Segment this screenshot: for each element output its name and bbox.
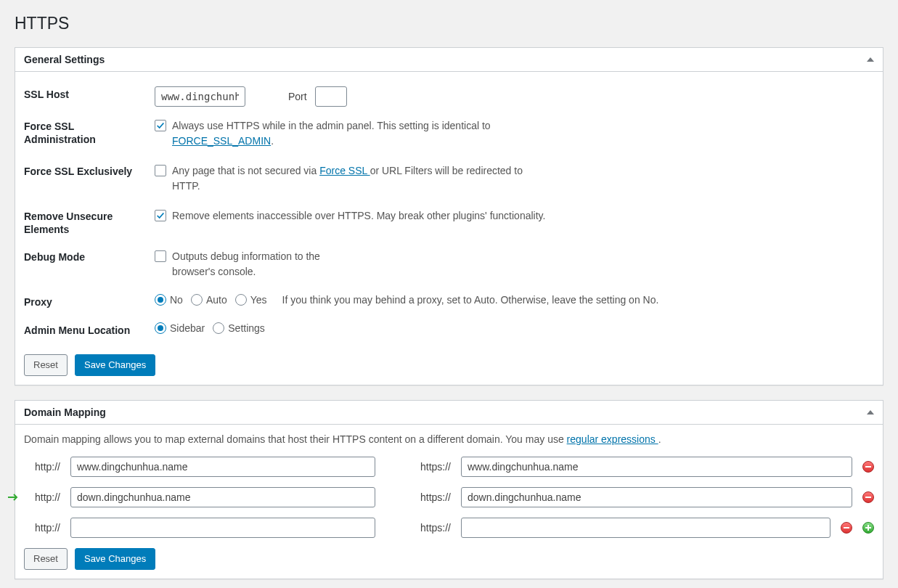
svg-rect-0 <box>865 466 871 467</box>
minus-icon <box>865 494 872 501</box>
http-label: http:// <box>24 491 60 503</box>
force-ssl-admin-label: Force SSL Administration <box>24 113 155 158</box>
https-label: https:// <box>407 461 451 473</box>
minus-icon <box>843 524 850 531</box>
force-ssl-excl-checkbox[interactable] <box>155 165 166 176</box>
http-label: http:// <box>24 461 60 473</box>
mapping-row: http:// https:// <box>24 457 874 477</box>
debug-label: Debug Mode <box>24 243 155 288</box>
https-domain-input[interactable] <box>461 487 852 507</box>
domain-mapping-desc: Domain mapping allows you to map externa… <box>24 433 874 445</box>
general-reset-button[interactable]: Reset <box>24 354 68 376</box>
proxy-yes-radio[interactable] <box>235 294 247 306</box>
admin-menu-settings-label: Settings <box>228 322 265 334</box>
http-domain-input[interactable] <box>70 518 375 538</box>
port-label: Port <box>288 91 307 102</box>
force-ssl-link[interactable]: Force SSL <box>319 165 370 176</box>
admin-menu-sidebar-label: Sidebar <box>170 322 205 334</box>
admin-menu-sidebar-radio[interactable] <box>155 322 166 334</box>
collapse-icon[interactable] <box>867 410 874 415</box>
proxy-no-radio[interactable] <box>155 294 166 306</box>
http-label: http:// <box>24 522 60 534</box>
remove-unsecure-label: Remove Unsecure Elements <box>24 203 155 243</box>
svg-rect-4 <box>865 527 871 528</box>
debug-checkbox[interactable] <box>155 250 166 262</box>
https-label: https:// <box>407 491 451 503</box>
svg-rect-2 <box>844 527 849 528</box>
proxy-auto-label: Auto <box>206 294 227 306</box>
ssl-host-label: SSL Host <box>24 81 155 113</box>
domain-mapping-box: Domain Mapping Domain mapping allows you… <box>15 400 883 579</box>
general-settings-title: General Settings <box>24 54 105 65</box>
remove-row-button[interactable] <box>841 522 852 534</box>
force-ssl-admin-desc: Always use HTTPS while in the admin pane… <box>172 118 550 149</box>
collapse-icon[interactable] <box>867 57 874 62</box>
page-title: HTTPS <box>15 7 883 36</box>
force-ssl-excl-desc: Any page that is not secured via Force S… <box>172 163 550 194</box>
svg-rect-1 <box>865 497 871 498</box>
force-ssl-admin-link[interactable]: FORCE_SSL_ADMIN <box>172 135 271 147</box>
mapping-row: http:// https:// <box>24 487 874 507</box>
general-settings-box: General Settings SSL Host Port Force SSL… <box>15 47 883 385</box>
proxy-help: If you think you may behind a proxy, set… <box>282 294 659 306</box>
proxy-auto-radio[interactable] <box>191 294 203 306</box>
remove-unsecure-desc: Remove elements inaccessible over HTTPS.… <box>172 208 545 224</box>
admin-menu-settings-radio[interactable] <box>213 322 224 334</box>
http-domain-input[interactable] <box>70 457 375 477</box>
force-ssl-admin-checkbox[interactable] <box>155 120 166 131</box>
proxy-label: Proxy <box>24 288 155 316</box>
remove-unsecure-checkbox[interactable] <box>155 210 166 221</box>
regex-link[interactable]: regular expressions <box>567 433 658 445</box>
remove-row-button[interactable] <box>862 461 874 473</box>
general-save-button[interactable]: Save Changes <box>75 354 155 376</box>
port-input[interactable] <box>315 86 347 107</box>
general-settings-header[interactable]: General Settings <box>15 48 883 72</box>
mapping-save-button[interactable]: Save Changes <box>75 548 155 570</box>
ssl-host-input[interactable] <box>155 86 245 107</box>
plus-icon <box>865 524 872 531</box>
proxy-yes-label: Yes <box>250 294 267 306</box>
remove-row-button[interactable] <box>862 491 874 503</box>
add-row-button[interactable] <box>862 522 874 534</box>
force-ssl-excl-label: Force SSL Exclusively <box>24 158 155 203</box>
https-domain-input[interactable] <box>461 518 830 538</box>
mapping-reset-button[interactable]: Reset <box>24 548 68 570</box>
arrow-right-icon <box>8 492 21 502</box>
debug-desc: Outputs debug information to the browser… <box>172 249 361 279</box>
domain-mapping-title: Domain Mapping <box>24 407 106 418</box>
mapping-row: http:// https:// <box>24 518 874 538</box>
admin-menu-label: Admin Menu Location <box>24 317 155 344</box>
https-label: https:// <box>407 522 451 534</box>
https-domain-input[interactable] <box>461 457 852 477</box>
domain-mapping-header[interactable]: Domain Mapping <box>15 401 883 425</box>
proxy-no-label: No <box>170 294 183 306</box>
http-domain-input[interactable] <box>70 487 375 507</box>
minus-icon <box>865 463 872 470</box>
